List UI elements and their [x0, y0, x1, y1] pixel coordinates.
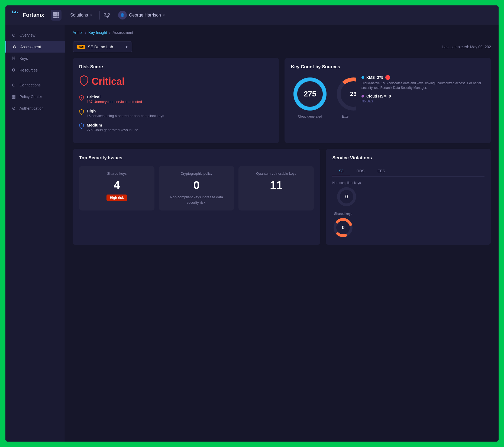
breadcrumb-sep-1: / — [85, 30, 86, 35]
violations-shared-value: 0 — [342, 225, 344, 231]
high-desc: 15 services using 4 shared or non-compli… — [87, 114, 164, 118]
svg-rect-2 — [15, 11, 16, 13]
grid-icon — [53, 12, 59, 18]
key-count-title: Key Count by Sources — [291, 64, 484, 70]
high-level: High — [87, 109, 164, 113]
high-risk-badge: High risk — [106, 195, 127, 201]
sidebar-item-resources[interactable]: ⚙ Resources — [5, 64, 65, 76]
external-donut-value: 23 — [350, 90, 356, 98]
issue-crypto-policy: Cryptographic policy 0 Non-compliant key… — [159, 166, 234, 210]
apps-button[interactable] — [51, 10, 62, 21]
svg-rect-5 — [108, 14, 109, 15]
non-compliant-value: 0 — [345, 194, 348, 200]
svg-rect-6 — [106, 16, 108, 18]
org-icon — [103, 11, 111, 19]
svg-rect-1 — [14, 12, 15, 13]
risk-item-medium: Medium 275 Cloud generated keys in use — [79, 123, 273, 132]
sidebar-item-keys[interactable]: ⌘ Keys — [5, 53, 65, 64]
cloudhsm-count: 0 — [389, 94, 391, 98]
high-icon — [79, 109, 84, 116]
violations-tabs: S3 RDS EBS — [332, 166, 484, 177]
key-count-card: Key Count by Sources — [285, 58, 491, 143]
critical-level: Critical — [87, 95, 142, 99]
quantum-keys-value: 11 — [244, 179, 308, 192]
breadcrumb-key-insight[interactable]: Key Insight — [88, 30, 107, 35]
svg-text:!: ! — [81, 96, 82, 99]
kms-donut-value: 275 — [304, 90, 316, 98]
org-icon-area — [103, 11, 111, 19]
sidebar-label-keys: Keys — [20, 56, 28, 61]
non-compliant-label: Non-compliant keys — [332, 181, 361, 185]
overview-icon: ⊙ — [11, 33, 16, 38]
violations-content: Non-compliant keys 0 — [332, 181, 484, 238]
critical-info: Critical 137 Unencrypted services detect… — [87, 95, 142, 104]
breadcrumb-current: Assessment — [112, 30, 133, 35]
quantum-keys-label: Quantum-vulnerable keys — [244, 171, 308, 176]
metric-non-compliant: Non-compliant keys 0 — [332, 181, 484, 208]
svg-rect-0 — [12, 11, 13, 13]
sidebar-item-overview[interactable]: ⊙ Overview — [5, 29, 65, 41]
critical-desc: 137 Unencrypted services detected — [87, 100, 142, 104]
sidebar-label-overview: Overview — [20, 33, 35, 37]
security-issues-card: Top Security Issues Shared keys 4 High r… — [73, 149, 320, 245]
sidebar-label-policy-center: Policy Center — [20, 95, 42, 99]
sidebar-item-connections[interactable]: ⊙ Connections — [5, 79, 65, 91]
medium-info: Medium 275 Cloud generated keys in use — [87, 123, 138, 132]
user-avatar: 👤 — [118, 11, 127, 20]
bottom-grid: Top Security Issues Shared keys 4 High r… — [65, 149, 499, 250]
user-chevron-icon: ▾ — [163, 13, 165, 17]
sidebar-item-assessment[interactable]: ⊙ Assessment — [5, 41, 65, 53]
authentication-icon: ⊙ — [11, 106, 16, 111]
cloudhsm-no-data: No Data — [361, 99, 484, 103]
provider-name: SE Demo Lab — [88, 44, 123, 49]
provider-dropdown[interactable]: aws SE Demo Lab ▾ — [73, 41, 132, 52]
metric-shared-keys: Shared keys 0 — [332, 212, 484, 238]
service-violations-card: Service Violations S3 RDS EBS Non-compli… — [326, 149, 491, 245]
sidebar-item-authentication[interactable]: ⊙ Authentication — [5, 102, 65, 114]
solutions-label: Solutions — [70, 13, 88, 18]
tab-ebs[interactable]: EBS — [371, 166, 392, 176]
critical-badge: ! Critical — [79, 75, 273, 88]
kms-donut: 275 — [291, 75, 329, 113]
sidebar-item-policy-center[interactable]: ▦ Policy Center — [5, 91, 65, 102]
cloudhsm-name: Cloud HSM — [366, 94, 387, 98]
solutions-chevron-icon: ▾ — [90, 13, 92, 17]
medium-desc: 275 Cloud generated keys in use — [87, 128, 138, 132]
breadcrumb-armor[interactable]: Armor — [73, 30, 83, 35]
security-issues-title: Top Security Issues — [79, 155, 314, 161]
shared-keys-donut: 0 — [332, 217, 354, 238]
non-compliant-donut: 0 — [336, 186, 357, 208]
breadcrumb-sep-2: / — [109, 30, 110, 35]
nav-separator — [99, 11, 100, 20]
svg-rect-4 — [104, 14, 106, 15]
risk-item-critical: ! Critical 137 Unencrypted services dete… — [79, 95, 273, 104]
external-donut-label: Exte — [342, 115, 348, 118]
svg-rect-3 — [17, 12, 18, 13]
tab-rds[interactable]: RDS — [350, 166, 371, 176]
keys-icon: ⌘ — [11, 56, 16, 61]
policy-center-icon: ▦ — [11, 94, 16, 99]
navbar: Fortanix Solutions ▾ — [5, 5, 499, 25]
user-menu[interactable]: 👤 George Harrison ▾ — [114, 9, 169, 22]
solutions-nav[interactable]: Solutions ▾ — [66, 11, 96, 20]
high-info: High 15 services using 4 shared or non-c… — [87, 109, 164, 118]
assessment-header: aws SE Demo Lab ▾ Last completed: May 09… — [65, 38, 499, 58]
shared-keys-label: Shared keys — [85, 171, 149, 176]
aws-badge: aws — [77, 45, 85, 49]
breadcrumb: Armor / Key Insight / Assessment — [65, 25, 499, 38]
risk-item-high: High 15 services using 4 shared or non-c… — [79, 109, 273, 118]
tab-s3[interactable]: S3 — [332, 166, 350, 176]
content-area: Armor / Key Insight / Assessment aws SE … — [65, 25, 499, 442]
sidebar-label-assessment: Assessment — [20, 45, 41, 49]
user-name: George Harrison — [129, 13, 161, 18]
logo-text: Fortanix — [23, 12, 44, 18]
crypto-policy-label: Cryptographic policy — [164, 171, 229, 176]
kms-desc: Cloud-native KMS colocates data and keys… — [361, 81, 484, 90]
sidebar: ⊙ Overview ⊙ Assessment ⌘ Keys ⚙ Resourc… — [5, 25, 65, 442]
legend-kms: KMS 275 ! Cloud-native KMS colocates dat… — [361, 75, 484, 90]
kms-donut-label: Cloud generated — [298, 115, 322, 118]
last-completed-text: Last completed: May 09, 202 — [442, 45, 491, 49]
issue-quantum-keys: Quantum-vulnerable keys 11 — [238, 166, 314, 210]
crypto-policy-value: 0 — [164, 179, 229, 192]
issues-grid: Shared keys 4 High risk Cryptographic po… — [79, 166, 314, 210]
